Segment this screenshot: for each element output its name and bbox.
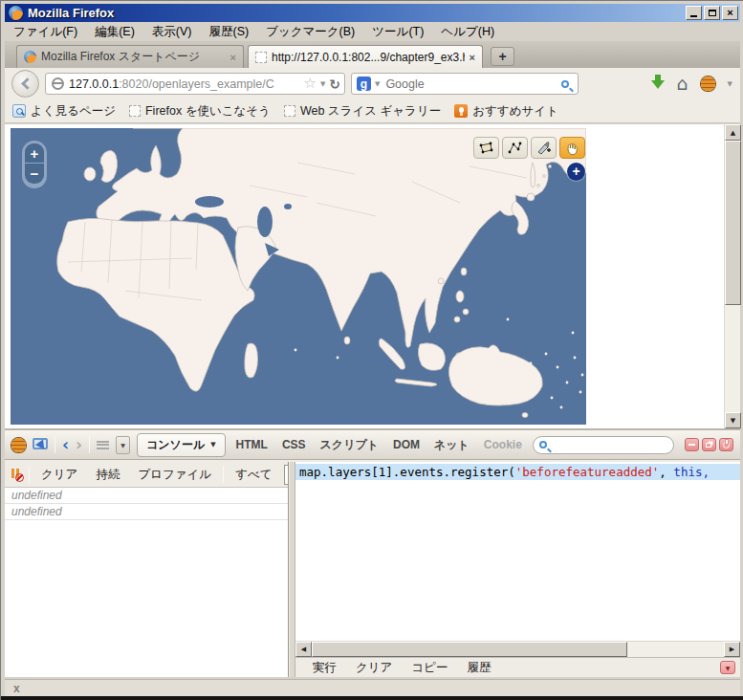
console-clear-button[interactable]: クリア	[34, 466, 84, 484]
tab-bar: Mozilla Firefox スタートページ × http://127.0.0…	[5, 41, 740, 68]
menu-file[interactable]: ファイル(F)	[5, 22, 86, 42]
bookmark-label: よく見るページ	[31, 103, 116, 120]
break-on-errors-icon[interactable]	[10, 468, 24, 482]
panel-tab-console[interactable]: コンソール ▼	[137, 433, 226, 457]
scrollbar-thumb[interactable]	[312, 642, 627, 657]
editor-horizontal-scrollbar[interactable]: ◀ ▶	[295, 641, 740, 657]
menu-help[interactable]: ヘルプ(H)	[432, 22, 503, 42]
tab-chapter9-ex3[interactable]: http://127.0.0.1:802...9/chapter9_ex3.ht…	[248, 45, 483, 68]
maximize-button[interactable]	[704, 6, 720, 20]
scroll-down-arrow-icon[interactable]: ▼	[725, 412, 741, 428]
menu-history[interactable]: 履歴(S)	[200, 22, 257, 42]
firebug-search-input[interactable]	[555, 438, 694, 451]
panel-tab-css[interactable]: CSS	[278, 438, 310, 451]
search-bar[interactable]: g ▼	[351, 73, 579, 95]
openlayers-map[interactable]: + − +	[11, 128, 586, 425]
close-button[interactable]: ×	[722, 6, 738, 20]
tab-start-page[interactable]: Mozilla Firefox スタートページ ×	[16, 45, 244, 68]
filter-all-button[interactable]: すべて	[229, 466, 278, 484]
back-button[interactable]	[11, 70, 39, 98]
console-sub-toolbar: クリア 持続 プロファイル すべて エラ	[5, 462, 288, 488]
firebug-deactivate-button[interactable]	[719, 438, 733, 451]
menu-tools[interactable]: ツール(T)	[363, 22, 432, 42]
console-log-row[interactable]: undefined	[5, 488, 288, 504]
menu-bookmarks[interactable]: ブックマーク(B)	[257, 22, 363, 42]
content-vertical-scrollbar[interactable]: ▲ ▼	[724, 124, 740, 428]
command-editor-pane: map.layers[1].events.register('beforefea…	[295, 462, 740, 677]
panel-tab-dom[interactable]: DOM	[389, 438, 424, 451]
firebug-menu-icon[interactable]	[11, 438, 26, 452]
draw-polygon-tool[interactable]	[473, 137, 499, 159]
google-engine-icon[interactable]: g	[357, 77, 371, 91]
panel-tab-cookie[interactable]: Cookie	[480, 438, 526, 451]
draw-path-tool[interactable]	[502, 137, 528, 159]
tab-label: Mozilla Firefox スタートページ	[41, 49, 226, 65]
url-dropdown-icon[interactable]: ▼	[320, 80, 325, 88]
scroll-right-arrow-icon[interactable]: ▶	[724, 642, 740, 657]
command-editor[interactable]: map.layers[1].events.register('beforefea…	[295, 462, 740, 641]
minimize-button[interactable]	[686, 6, 702, 20]
home-icon[interactable]: ⌂	[677, 75, 688, 93]
map-zoom-control: + −	[22, 141, 47, 188]
toolbar-dropdown-button[interactable]: ▼	[116, 436, 130, 454]
tab-close-icon[interactable]: ×	[470, 52, 475, 63]
bookmarks-bar: よく見るページ Firefox を使いこなそう Web スライス ギャラリー お…	[5, 99, 740, 123]
separator	[89, 436, 90, 453]
firebug-back-icon[interactable]: ‹	[62, 437, 69, 453]
bookmark-getting-started[interactable]: Firefox を使いこなそう	[129, 103, 271, 120]
panel-list-icon[interactable]	[97, 441, 109, 449]
downloads-icon[interactable]	[651, 80, 665, 96]
run-button[interactable]: 実行	[305, 660, 344, 676]
firebug-icon[interactable]	[701, 77, 715, 91]
menu-view[interactable]: 表示(V)	[143, 22, 201, 42]
scrollbar-thumb[interactable]	[725, 141, 741, 305]
map-edit-toolbar	[473, 137, 585, 159]
clear-button[interactable]: クリア	[348, 660, 400, 676]
panel-tab-html[interactable]: HTML	[232, 438, 272, 451]
zoom-in-button[interactable]: +	[25, 143, 44, 164]
tab-close-icon[interactable]: ×	[230, 52, 236, 63]
firefox-favicon	[24, 51, 36, 63]
command-line-selected[interactable]: map.layers[1].events.register('beforefea…	[295, 464, 740, 480]
search-input[interactable]	[383, 77, 557, 92]
copy-button[interactable]: コピー	[404, 660, 455, 676]
search-magnifier-icon[interactable]	[561, 80, 569, 88]
bookmark-recommended-sites[interactable]: おすすめサイト	[454, 103, 558, 120]
console-log-row[interactable]: undefined	[5, 504, 288, 520]
bookmark-most-visited[interactable]: よく見るページ	[12, 103, 116, 120]
scroll-left-arrow-icon[interactable]: ◀	[295, 642, 312, 657]
engine-dropdown-icon[interactable]: ▼	[375, 80, 380, 88]
minimize-icon	[688, 444, 695, 446]
inspect-element-icon[interactable]	[33, 438, 48, 451]
firebug-detach-button[interactable]	[702, 438, 716, 451]
scroll-up-arrow-icon[interactable]: ▲	[725, 124, 741, 141]
bookmark-label: おすすめサイト	[472, 103, 558, 120]
command-popup-toggle-button[interactable]: ▼	[720, 661, 735, 674]
window-controls: ×	[684, 6, 738, 20]
reload-icon[interactable]: ↻	[329, 77, 340, 91]
menu-edit[interactable]: 編集(E)	[86, 22, 143, 42]
history-button[interactable]: 履歴	[459, 660, 498, 676]
draw-point-tool[interactable]	[531, 137, 557, 159]
firebug-search-box[interactable]	[533, 436, 674, 454]
console-persist-button[interactable]: 持続	[89, 466, 126, 484]
layer-switcher-maximize-button[interactable]: +	[567, 163, 585, 181]
firebug-dropdown-icon[interactable]: ▼	[728, 80, 732, 88]
firefox-logo-icon	[9, 6, 23, 20]
bookmark-star-icon[interactable]: ☆	[303, 77, 316, 91]
placeholder-favicon	[284, 105, 295, 117]
console-profile-button[interactable]: プロファイル	[131, 466, 218, 484]
statusbar-close-icon[interactable]: x	[13, 682, 20, 695]
panel-tab-script[interactable]: スクリプト	[317, 437, 382, 453]
url-bar[interactable]: 127.0.0.1 :8020/openlayers_example/C ☆ ▼…	[45, 73, 345, 95]
pan-hand-tool[interactable]	[559, 137, 585, 159]
new-tab-button[interactable]: +	[491, 47, 514, 66]
firebug-forward-icon[interactable]: ›	[76, 437, 82, 453]
firebug-minimize-button[interactable]	[685, 438, 699, 451]
bookmark-label: Web スライス ギャラリー	[300, 103, 441, 120]
zoom-out-button[interactable]: −	[25, 164, 44, 184]
panel-tab-net[interactable]: ネット	[430, 437, 473, 453]
filter-errors-button[interactable]: エラ	[284, 465, 289, 485]
firefox-window: Mozilla Firefox × ファイル(F) 編集(E) 表示(V) 履歴…	[0, 0, 743, 700]
bookmark-web-slice-gallery[interactable]: Web スライス ギャラリー	[284, 103, 441, 120]
